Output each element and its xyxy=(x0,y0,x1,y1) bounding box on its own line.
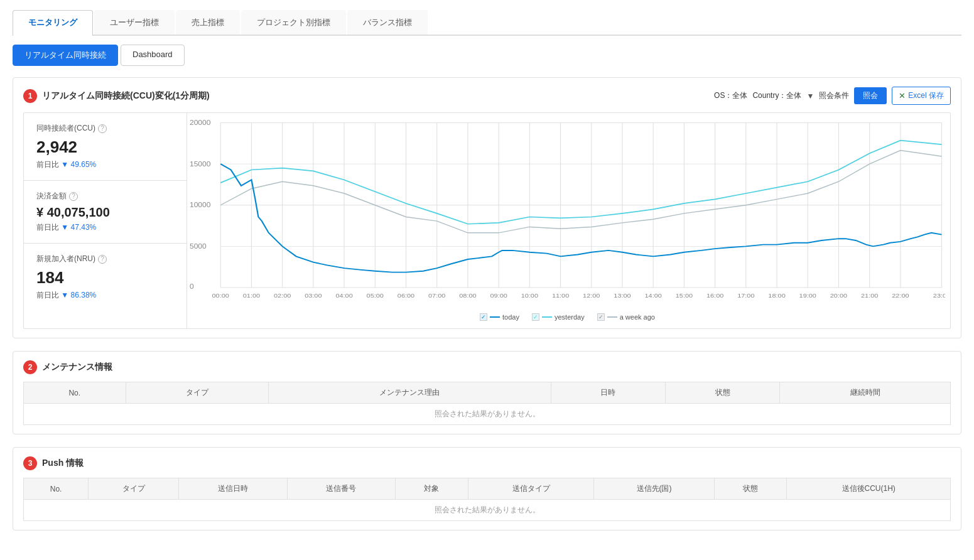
chart-legend: ✓ today ✓ yesterday ✓ a week ago xyxy=(190,308,945,323)
payment-help-icon[interactable]: ? xyxy=(69,192,78,201)
col-duration: 継続時間 xyxy=(780,382,951,404)
push-col-type: タイプ xyxy=(89,478,179,500)
tab-monitoring[interactable]: モニタリング xyxy=(13,10,93,36)
maintenance-empty-row: 照会された結果がありません。 xyxy=(24,404,951,425)
query-condition-label: 照会条件 xyxy=(819,90,849,101)
col-type: タイプ xyxy=(126,382,268,404)
push-col-send-type: 送信タイプ xyxy=(468,478,594,500)
tab-user[interactable]: ユーザー指標 xyxy=(94,10,175,35)
section1-controls: OS：全体 Country：全体 ▼ 照会条件 照会 ✕ Excel 保存 xyxy=(714,87,951,105)
legend-today-check[interactable]: ✓ xyxy=(480,313,487,321)
country-filter: Country：全体 xyxy=(752,90,801,101)
excel-button[interactable]: ✕ Excel 保存 xyxy=(892,87,951,105)
svg-text:04:00: 04:00 xyxy=(335,293,353,299)
legend-week-ago[interactable]: ✓ a week ago xyxy=(597,313,655,321)
svg-text:15000: 15000 xyxy=(190,161,210,168)
svg-text:11:00: 11:00 xyxy=(552,293,570,299)
section-ccu: 1 リアルタイム同時接続(CCU)変化(1分周期) OS：全体 Country：… xyxy=(13,77,961,338)
ccu-chart: 20000 15000 10000 5000 0 xyxy=(190,118,945,306)
push-table: No. タイプ 送信日時 送信番号 対象 送信タイプ 送信先(国) 状態 送信後… xyxy=(23,478,951,521)
legend-yesterday-check[interactable]: ✓ xyxy=(532,313,539,321)
svg-text:05:00: 05:00 xyxy=(367,293,384,299)
tab-project[interactable]: プロジェクト別指標 xyxy=(241,10,346,35)
stat-ccu-label: 同時接続者(CCU) ? xyxy=(36,123,174,134)
section3-badge: 3 xyxy=(23,456,37,470)
svg-text:09:00: 09:00 xyxy=(490,293,507,299)
col-no: No. xyxy=(24,382,126,404)
col-date: 日時 xyxy=(551,382,665,404)
stat-ccu: 同時接続者(CCU) ? 2,942 前日比 ▼ 49.65% xyxy=(24,113,187,181)
svg-text:23:00: 23:00 xyxy=(933,293,945,299)
col-status: 状態 xyxy=(666,382,780,404)
svg-text:16:00: 16:00 xyxy=(706,293,724,299)
section1-title: リアルタイム同時接続(CCU)変化(1分周期) xyxy=(42,90,714,102)
excel-label: Excel 保存 xyxy=(908,90,944,101)
svg-text:07:00: 07:00 xyxy=(428,293,446,299)
push-col-ccu: 送信後CCU(1H) xyxy=(787,478,951,500)
svg-text:10000: 10000 xyxy=(190,202,210,208)
tab-balance[interactable]: バランス指標 xyxy=(347,10,428,35)
stat-payment: 決済金額 ? ¥ 40,075,100 前日比 ▼ 47.43% xyxy=(24,181,187,244)
push-header-row: No. タイプ 送信日時 送信番号 対象 送信タイプ 送信先(国) 状態 送信後… xyxy=(24,478,951,500)
svg-text:14:00: 14:00 xyxy=(645,293,663,299)
svg-text:08:00: 08:00 xyxy=(459,293,477,299)
main-tab-bar: モニタリング ユーザー指標 売上指標 プロジェクト別指標 バランス指標 xyxy=(13,10,961,36)
query-button[interactable]: 照会 xyxy=(854,87,887,104)
sub-tab-bar: リアルタイム同時接続 Dashboard xyxy=(13,45,961,66)
filter-icon: ▼ xyxy=(806,92,814,100)
push-col-destination: 送信先(国) xyxy=(594,478,714,500)
stat-payment-value: ¥ 40,075,100 xyxy=(36,205,174,220)
sub-tab-realtime[interactable]: リアルタイム同時接続 xyxy=(13,45,118,66)
section3-title: Push 情報 xyxy=(42,458,951,469)
stat-nru: 新規加入者(NRU) ? 184 前日比 ▼ 86.38% xyxy=(24,244,187,311)
push-col-status: 状態 xyxy=(714,478,787,500)
legend-week-ago-check[interactable]: ✓ xyxy=(597,313,605,321)
maintenance-empty-message: 照会された結果がありません。 xyxy=(24,404,951,425)
sub-tab-dashboard[interactable]: Dashboard xyxy=(121,45,185,66)
chart-stats: 同時接続者(CCU) ? 2,942 前日比 ▼ 49.65% 決済金額 ? xyxy=(24,113,187,328)
chart-area: 20000 15000 10000 5000 0 xyxy=(187,113,950,328)
svg-text:15:00: 15:00 xyxy=(676,293,693,299)
svg-text:21:00: 21:00 xyxy=(861,293,879,299)
section2-title: メンテナンス情報 xyxy=(42,362,951,373)
svg-text:19:00: 19:00 xyxy=(799,293,817,299)
svg-text:20:00: 20:00 xyxy=(830,293,848,299)
push-empty-message: 照会された結果がありません。 xyxy=(24,500,951,521)
stat-payment-label: 決済金額 ? xyxy=(36,191,174,202)
svg-text:17:00: 17:00 xyxy=(737,293,755,299)
os-filter: OS：全体 xyxy=(714,90,747,101)
section-push: 3 Push 情報 No. タイプ 送信日時 送信番号 対象 送信タイプ 送信先… xyxy=(13,447,961,530)
svg-text:20000: 20000 xyxy=(190,119,210,126)
push-col-send-no: 送信番号 xyxy=(287,478,395,500)
stat-nru-value: 184 xyxy=(36,268,174,288)
stat-ccu-value: 2,942 xyxy=(36,137,174,157)
section-maintenance: 2 メンテナンス情報 No. タイプ メンテナンス理由 日時 状態 継続時間 照… xyxy=(13,351,961,434)
maintenance-table: No. タイプ メンテナンス理由 日時 状態 継続時間 照会された結果がありませ… xyxy=(23,382,951,425)
stat-nru-change: 前日比 ▼ 86.38% xyxy=(36,290,174,301)
section2-badge: 2 xyxy=(23,360,37,374)
legend-yesterday[interactable]: ✓ yesterday xyxy=(532,313,585,321)
chart-container: 同時接続者(CCU) ? 2,942 前日比 ▼ 49.65% 決済金額 ? xyxy=(23,112,951,329)
svg-text:00:00: 00:00 xyxy=(212,293,230,299)
push-col-no: No. xyxy=(24,478,89,500)
svg-text:0: 0 xyxy=(190,283,194,290)
nru-help-icon[interactable]: ? xyxy=(98,255,107,264)
excel-icon: ✕ xyxy=(899,91,906,100)
legend-today[interactable]: ✓ today xyxy=(480,313,519,321)
stat-ccu-change: 前日比 ▼ 49.65% xyxy=(36,159,174,170)
push-empty-row: 照会された結果がありません。 xyxy=(24,500,951,521)
svg-text:03:00: 03:00 xyxy=(305,293,322,299)
col-reason: メンテナンス理由 xyxy=(268,382,551,404)
section3-header: 3 Push 情報 xyxy=(23,456,951,470)
svg-text:02:00: 02:00 xyxy=(274,293,291,299)
stat-nru-label: 新規加入者(NRU) ? xyxy=(36,254,174,264)
svg-text:5000: 5000 xyxy=(190,243,207,250)
push-col-send-date: 送信日時 xyxy=(179,478,287,500)
svg-text:01:00: 01:00 xyxy=(243,293,261,299)
svg-text:10:00: 10:00 xyxy=(521,293,539,299)
ccu-help-icon[interactable]: ? xyxy=(98,124,107,133)
maintenance-header-row: No. タイプ メンテナンス理由 日時 状態 継続時間 xyxy=(24,382,951,404)
section1-badge: 1 xyxy=(23,89,37,103)
tab-sales[interactable]: 売上指標 xyxy=(176,10,240,35)
svg-text:22:00: 22:00 xyxy=(892,293,909,299)
